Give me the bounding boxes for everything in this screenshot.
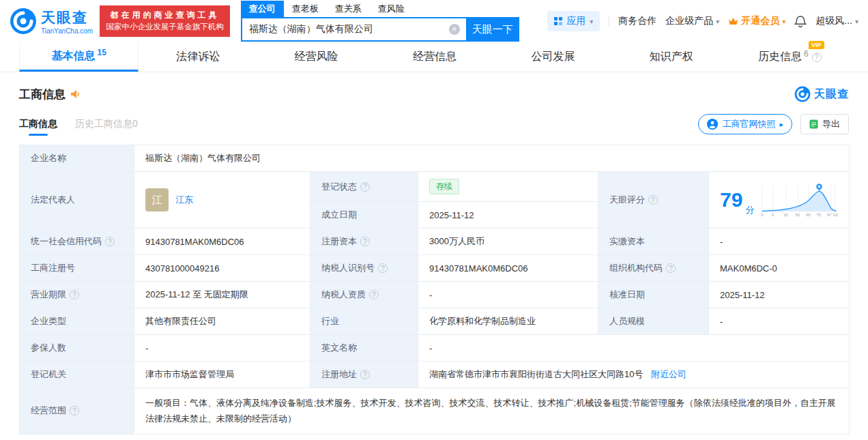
tab-intellectual-property[interactable]: 知识产权 [612,42,730,72]
table-row: 统一社会信用代码 ? 91430781MAK0M6DC06 注册资本 ? 300… [20,229,850,255]
org-code-value: MAK0M6DC-0 [709,255,850,282]
svg-text:50: 50 [796,213,800,217]
tab-operation-info[interactable]: 经营信息 [375,42,493,72]
help-icon[interactable]: ? [369,290,379,299]
tab-company-development[interactable]: 公司发展 [494,42,612,72]
business-scope-value: 一般项目：气体、液体分离及纯净设备制造;技术服务、技术开发、技术咨询、技术交流、… [134,388,850,435]
search-button[interactable]: 天眼一下 [466,17,519,42]
crown-icon [728,17,738,26]
search-tab-boss[interactable]: 查老板 [284,1,327,17]
svg-text:100: 100 [833,213,838,217]
announcement-horn-icon[interactable] [70,89,81,100]
table-row: 企业名称 福斯达（湖南）气体有限公司 [20,145,850,172]
field-label: 法定代表人 [20,172,134,229]
tianyancha-logo[interactable]: 天眼查 TianYanCha.com [10,8,93,35]
export-doc-icon [809,119,818,129]
tab-label: 公司发展 [531,50,575,64]
tab-basic-info[interactable]: 基本信息 15 [19,42,139,72]
nav-enterprise-label: 企业级产品 [665,15,713,27]
help-icon[interactable]: ? [378,263,388,273]
section-watermark-logo: 天眼查 [794,86,849,102]
field-label: 行业 [310,308,418,335]
tab-history-info[interactable]: 历史信息 6 ? VIP [731,42,849,72]
search-tabs: 查公司 查老板 查关系 查风险 [241,1,519,17]
section-header: 工商信息 天眼查 [19,86,849,102]
apps-menu[interactable]: 应用 ▾ [547,11,600,31]
nearby-companies-link[interactable]: 附近公司 [651,369,686,379]
snapshot-label: 工商官网快照 [722,118,775,130]
tab-count: 15 [98,48,106,57]
chevron-down-icon: ▾ [590,18,593,25]
help-icon[interactable]: ? [360,237,370,246]
field-label: 英文名称 [310,335,418,362]
user-menu[interactable]: 超级风... ▾ [815,15,858,27]
apps-grid-icon [554,17,562,25]
slogan-line1: 都在用的商业查询工具 [106,9,224,22]
svg-text:3: 3 [772,213,774,217]
field-label: 纳税人资质 ? [310,282,418,308]
legal-rep-link[interactable]: 江东 [175,194,193,206]
section-title: 工商信息 [19,87,66,102]
notification-bell-icon[interactable] [794,15,807,28]
search-tab-risk[interactable]: 查风险 [370,1,413,17]
field-label: 工商注册号 [20,255,134,282]
official-snapshot-button[interactable]: 工商官网快照 ▸ [698,114,792,134]
help-icon[interactable]: ? [360,370,370,379]
reg-number-value: 430781000049216 [134,255,310,282]
field-label: 登记机关 [20,362,134,388]
subtab-business-info[interactable]: 工商信息 [19,118,57,130]
search-area: 查公司 查老板 查关系 查风险 × 天眼一下 [241,1,519,42]
search-tab-relation[interactable]: 查关系 [327,1,370,17]
help-icon[interactable]: ? [648,195,658,205]
credit-code-value: 91430781MAK0M6DC06 [134,229,310,255]
help-icon[interactable]: ? [666,263,676,273]
clear-icon[interactable]: × [449,24,460,35]
help-icon[interactable]: ? [70,290,79,299]
export-label: 导出 [822,118,840,130]
logo-text: 天眼查 TianYanCha.com [41,8,93,35]
subtab-history-business-info[interactable]: 历史工商信息0 [75,118,138,130]
score-value: 79 [720,190,742,210]
search-input[interactable] [241,17,466,42]
field-label: 成立日期 [310,202,418,229]
field-label: 实缴资本 [598,229,709,255]
help-icon[interactable]: ? [360,182,370,192]
score-cell: 79 分 0 3 15 [709,172,850,229]
help-icon[interactable]: ? [812,53,822,62]
table-row: 工商注册号 430781000049216 纳税人识别号 ? 91430781M… [20,255,850,282]
export-button[interactable]: 导出 [800,114,849,134]
vip-tag: VIP [809,41,824,49]
table-row: 营业期限 ? 2025-11-12 至 无固定期限 纳税人资质 ? - 核准日期… [20,282,850,308]
tab-legal-litigation[interactable]: 法律诉讼 [139,42,257,72]
watermark-brand: 天眼查 [814,87,849,102]
help-icon[interactable]: ? [70,406,79,415]
nav-business-cooperation[interactable]: 商务合作 [618,15,656,27]
score-unit: 分 [745,204,754,218]
brand-domain: TianYanCha.com [41,27,93,35]
tab-label: 法律诉讼 [176,50,220,64]
field-label: 参保人数 [20,335,134,362]
search-tab-company[interactable]: 查公司 [241,1,284,17]
tab-operation-risk[interactable]: 经营风险 [257,42,375,72]
approval-date-value: 2025-11-12 [709,282,850,308]
taxpayer-id-value: 91430781MAK0M6DC06 [418,255,598,282]
chevron-down-icon: ▾ [855,18,858,25]
help-icon[interactable]: ? [105,237,115,246]
table-row: 经营范围 ? 一般项目：气体、液体分离及纯净设备制造;技术服务、技术开发、技术咨… [20,388,850,435]
search-box: × [241,17,466,42]
address-cell: 湖南省常德市津市市襄阳街街道古大同社区大同路10号 附近公司 [418,362,850,388]
company-nav-tabs: 基本信息 15 法律诉讼 经营风险 经营信息 公司发展 知识产权 历史信息 6 … [0,42,868,72]
table-row: 企业类型 其他有限责任公司 行业 化学原料和化学制品制造业 人员规模 - [20,308,850,335]
tab-label: 历史信息 [758,50,802,64]
vip-membership-button[interactable]: 开通会员 ▾ [728,15,785,27]
table-row: 参保人数 - 英文名称 - [20,335,850,362]
nav-enterprise-products[interactable]: 企业级产品 ▾ [665,15,719,27]
reg-authority-value: 津市市市场监督管理局 [134,362,310,388]
address-value: 湖南省常德市津市市襄阳街街道古大同社区大同路10号 [429,369,643,379]
company-name-value: 福斯达（湖南）气体有限公司 [134,145,850,172]
nav-business-label: 商务合作 [618,15,656,27]
field-label: 纳税人识别号 ? [310,255,418,282]
avatar[interactable]: 江 [145,188,169,211]
field-label: 人员规模 [598,308,709,335]
field-label: 注册地址 ? [310,362,418,388]
